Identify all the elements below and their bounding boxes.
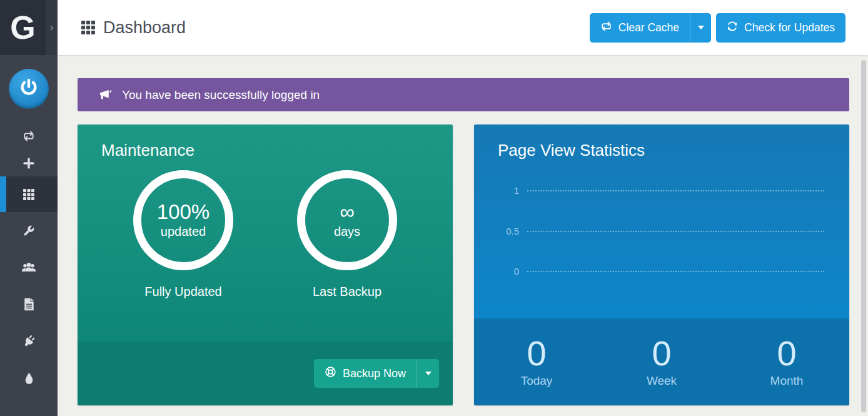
clear-cache-label: Clear Cache (618, 21, 679, 34)
update-caption: Fully Updated (144, 285, 221, 299)
check-updates-label: Check for Updates (744, 21, 835, 34)
update-percent: 100% (157, 201, 209, 223)
brand-logo-box: G › (0, 0, 58, 55)
refresh-icon (23, 131, 35, 141)
plus-icon (23, 158, 34, 169)
stat-month: 0 Month (724, 336, 849, 388)
caret-down-icon (425, 372, 431, 375)
success-alert: You have been successfully logged in (78, 78, 849, 111)
plug-icon (23, 335, 36, 348)
power-logo-button[interactable] (9, 69, 49, 109)
sidebar: G › (0, 0, 58, 416)
dotted-gridline (527, 231, 824, 232)
dashboard-cards: Maintenance 100% updated Fully Updated ∞… (78, 124, 849, 405)
stat-week: 0 Week (599, 336, 724, 388)
backup-unit: days (334, 225, 360, 239)
file-icon (24, 298, 34, 311)
sidebar-item-users[interactable] (0, 249, 58, 286)
statistics-footer: 0 Today 0 Week 0 Month (474, 318, 849, 405)
caret-down-icon (698, 26, 704, 29)
y-tick-0: 0 (498, 266, 519, 276)
backup-split-button: Backup Now (314, 359, 439, 388)
sidebar-item-theme[interactable] (0, 360, 58, 397)
header-actions: Clear Cache Check for Updates (590, 13, 845, 43)
dotted-gridline (527, 271, 824, 272)
stat-today: 0 Today (474, 336, 599, 388)
top-header: Dashboard Clear Cache (58, 0, 868, 55)
users-icon (21, 261, 36, 273)
clear-cache-split-button: Clear Cache (590, 13, 711, 43)
y-tick-05: 0.5 (498, 226, 519, 236)
droplet-icon (24, 372, 34, 385)
maintenance-body: Maintenance 100% updated Fully Updated ∞… (78, 124, 453, 342)
clear-cache-dropdown-toggle[interactable] (690, 13, 711, 43)
week-label: Week (647, 374, 677, 388)
update-status-block: 100% updated Fully Updated (101, 170, 265, 299)
alert-message: You have been successfully logged in (122, 88, 320, 102)
logout-area (0, 55, 58, 123)
maintenance-footer: Backup Now (78, 342, 453, 405)
gridline-1: 1 (498, 185, 824, 196)
week-count: 0 (652, 336, 671, 371)
statistics-chart-area: Page View Statistics 1 0.5 0 (474, 124, 849, 318)
brand-logo[interactable]: G (0, 0, 46, 55)
backup-status-ring: ∞ days (297, 170, 397, 270)
sidebar-item-add[interactable] (0, 150, 58, 176)
check-updates-button[interactable]: Check for Updates (716, 13, 845, 43)
month-count: 0 (777, 336, 796, 371)
update-unit: updated (161, 225, 206, 239)
page-title: Dashboard (81, 18, 186, 38)
main-content: You have been successfully logged in Mai… (58, 55, 868, 416)
page-title-text: Dashboard (103, 18, 186, 38)
bullhorn-icon (99, 89, 113, 101)
sidebar-expand-toggle[interactable]: › (46, 0, 58, 55)
life-ring-icon (325, 366, 336, 381)
backup-days-value: ∞ (340, 201, 355, 223)
y-tick-1: 1 (498, 185, 519, 196)
grid-icon (23, 189, 34, 200)
sidebar-item-settings[interactable] (0, 212, 58, 249)
gridline-05: 0.5 (498, 226, 824, 236)
dotted-gridline (527, 190, 824, 191)
maintenance-circles: 100% updated Fully Updated ∞ days Last B… (101, 170, 429, 299)
sidebar-item-plugins[interactable] (0, 323, 58, 360)
backup-status-block: ∞ days Last Backup (265, 170, 429, 299)
maintenance-title: Maintenance (101, 141, 429, 160)
today-label: Today (521, 374, 553, 388)
backup-now-button[interactable]: Backup Now (314, 359, 416, 388)
backup-caption: Last Backup (313, 285, 381, 299)
retweet-icon (600, 21, 612, 34)
dashboard-grid-icon (81, 21, 95, 34)
maintenance-card: Maintenance 100% updated Fully Updated ∞… (78, 124, 453, 405)
backup-dropdown-toggle[interactable] (416, 359, 439, 388)
vertical-scrollbar[interactable] (861, 60, 866, 412)
sidebar-item-refresh[interactable] (0, 123, 58, 150)
backup-now-label: Backup Now (343, 367, 406, 380)
month-label: Month (770, 374, 804, 388)
sidebar-item-pages[interactable] (0, 286, 58, 323)
sidebar-item-dashboard[interactable] (0, 176, 58, 212)
chevron-right-icon: › (50, 21, 54, 34)
gridline-0: 0 (498, 266, 824, 276)
page-view-statistics-card: Page View Statistics 1 0.5 0 0 Today (474, 124, 849, 405)
statistics-title: Page View Statistics (498, 141, 825, 160)
wrench-icon (23, 225, 35, 237)
power-icon (18, 77, 39, 101)
refresh-icon (727, 21, 738, 35)
clear-cache-button[interactable]: Clear Cache (590, 13, 690, 43)
today-count: 0 (527, 336, 546, 371)
update-status-ring: 100% updated (133, 170, 233, 270)
